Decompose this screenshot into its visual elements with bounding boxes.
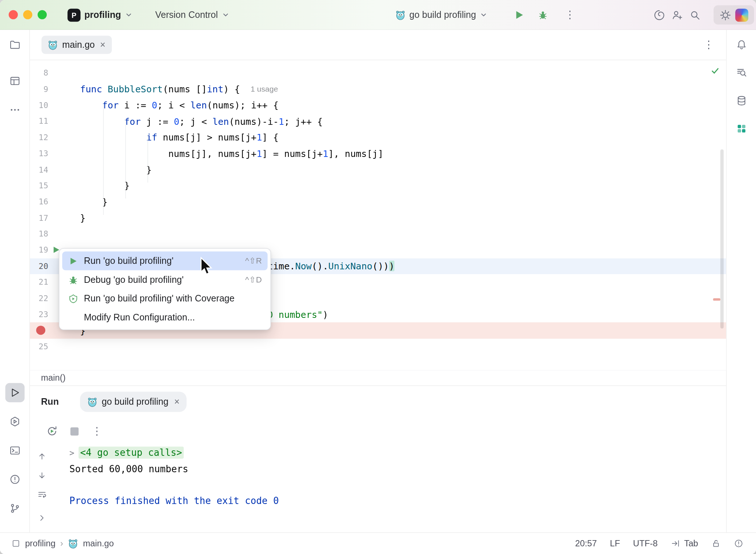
editor-gutter[interactable]: 25	[30, 339, 80, 355]
editor-line[interactable]: 17}	[30, 210, 726, 226]
editor-gutter[interactable]: 14	[30, 162, 80, 178]
editor-line[interactable]: 9func BubbleSort(nums []int) {1 usage	[30, 81, 726, 97]
structure-toolwindow-button[interactable]	[5, 71, 24, 91]
services-toolwindow-button[interactable]	[5, 412, 24, 431]
run-configuration-widget[interactable]: go build profiling	[396, 0, 488, 30]
run-more-options-icon[interactable]: ⋮	[91, 426, 103, 437]
play-icon	[514, 9, 524, 20]
editor-line[interactable]: 18	[30, 226, 726, 242]
rerun-button[interactable]	[46, 426, 58, 437]
menu-item-label: Run 'go build profiling' with Coverage	[84, 293, 248, 304]
editor-gutter[interactable]: 11	[30, 113, 80, 129]
inspections-ok-icon[interactable]	[711, 66, 719, 75]
editor-line[interactable]: 16 }	[30, 194, 726, 210]
editor-line[interactable]: 14 }	[30, 162, 726, 178]
fullscreen-window-button[interactable]	[38, 10, 47, 19]
indent-widget[interactable]: Tab	[671, 538, 698, 549]
search-everywhere-icon[interactable]	[689, 9, 701, 21]
more-toolwindows-button[interactable]	[5, 100, 24, 120]
debug-button[interactable]	[538, 9, 550, 21]
find-toolwindow-button[interactable]	[732, 63, 751, 82]
editor-line[interactable]: 12 if nums[j] > nums[j+1] {	[30, 130, 726, 146]
line-separator-widget[interactable]: LF	[610, 538, 620, 549]
breakpoint-icon[interactable]	[36, 326, 45, 335]
editor-line[interactable]: 15 }	[30, 178, 726, 194]
run-panel-tab[interactable]: go build profiling ×	[80, 392, 187, 412]
minimize-window-button[interactable]	[23, 10, 32, 19]
editor-gutter[interactable]: 12	[30, 130, 80, 146]
editor-gutter[interactable]: 16	[30, 194, 80, 210]
problems-toolwindow-button[interactable]	[5, 470, 24, 489]
git-toolwindow-button[interactable]	[5, 499, 24, 518]
run-tab-label: go build profiling	[102, 396, 168, 407]
line-number: 8	[30, 69, 48, 78]
menu-item[interactable]: Modify Run Configuration...	[62, 308, 267, 327]
next-occurrence-icon[interactable]	[37, 471, 49, 482]
code-editor[interactable]: 89func BubbleSort(nums []int) {1 usage10…	[30, 60, 726, 370]
editor-line[interactable]: 25	[30, 339, 726, 355]
settings-group	[714, 5, 754, 25]
editor-gutter[interactable]: 9	[30, 81, 80, 97]
statusbar-file[interactable]: main.go	[83, 538, 114, 549]
ai-assistant-icon[interactable]	[653, 9, 665, 21]
terminal-toolwindow-button[interactable]	[5, 441, 24, 460]
window-controls	[9, 10, 47, 19]
debug-icon	[68, 274, 79, 285]
ide-window: P profiling Version Control go build pro…	[0, 0, 756, 554]
readonly-lock-widget[interactable]	[711, 539, 721, 548]
caret-position-widget[interactable]: 20:57	[575, 538, 597, 549]
project-widget[interactable]: P profiling	[68, 0, 133, 30]
expand-console-icon[interactable]	[37, 513, 49, 524]
dependencies-toolwindow-button[interactable]	[732, 119, 751, 138]
encoding-widget[interactable]: UTF-8	[633, 538, 657, 549]
breadcrumb-separator: ›	[60, 538, 63, 549]
editor-tab-main-go[interactable]: main.go ×	[42, 36, 112, 54]
menu-item[interactable]: Run 'go build profiling' with Coverage	[62, 289, 267, 308]
error-stripe-mark[interactable]	[713, 298, 721, 301]
editor-gutter[interactable]: 15	[30, 178, 80, 194]
editor-line[interactable]: 10 for i := 0; i < len(nums); i++ {	[30, 97, 726, 113]
soft-wrap-icon[interactable]	[37, 490, 49, 501]
editor-scrollbar[interactable]	[720, 149, 723, 328]
close-window-button[interactable]	[9, 10, 18, 19]
menu-item[interactable]: Debug 'go build profiling'^⇧D	[62, 270, 267, 289]
close-run-tab-icon[interactable]: ×	[174, 396, 180, 407]
fold-toggle-icon[interactable]: >	[69, 448, 75, 457]
editor-gutter[interactable]: 10	[30, 97, 80, 113]
editor-gutter[interactable]: 8	[30, 65, 80, 81]
editor-line[interactable]: 11 for j := 0; j < len(nums)-i-1; j++ {	[30, 113, 726, 129]
titlebar: P profiling Version Control go build pro…	[0, 0, 756, 30]
more-run-actions-button[interactable]: ⋮	[564, 9, 576, 21]
code-line: func BubbleSort(nums []int) {1 usage	[80, 84, 278, 95]
vcs-widget[interactable]: Version Control	[155, 0, 229, 30]
editor-options-icon[interactable]: ⋮	[703, 39, 715, 51]
run-button[interactable]	[514, 9, 526, 21]
project-toolwindow-button[interactable]	[5, 35, 24, 54]
console-output[interactable]: ><4 go setup calls>Sorted 60,000 numbers…	[56, 445, 726, 532]
breadcrumb-item[interactable]: main()	[41, 373, 65, 383]
mouse-cursor	[200, 257, 213, 276]
notifications-widget[interactable]	[734, 539, 743, 548]
stop-button[interactable]	[70, 427, 79, 435]
editor-gutter[interactable]: 17	[30, 210, 80, 226]
project-badge: P	[68, 8, 81, 22]
menu-item[interactable]: Run 'go build profiling'^⇧R	[62, 251, 267, 270]
editor-line[interactable]: 13 nums[j], nums[j+1] = nums[j+1], nums[…	[30, 146, 726, 162]
notifications-button[interactable]	[732, 35, 751, 54]
editor-tab-bar: main.go × ⋮	[30, 30, 726, 60]
statusbar-project[interactable]: profiling	[25, 538, 56, 549]
close-tab-icon[interactable]: ×	[100, 39, 106, 50]
editor-gutter[interactable]: 13	[30, 146, 80, 162]
database-toolwindow-button[interactable]	[732, 91, 751, 111]
run-toolwindow-button[interactable]	[5, 383, 24, 403]
user-avatar[interactable]	[735, 8, 748, 22]
usages-inlay-hint[interactable]: 1 usage	[251, 85, 278, 93]
console-line: Sorted 60,000 numbers	[69, 461, 726, 477]
breadcrumb-bar: main()	[30, 370, 726, 385]
settings-gear-icon[interactable]	[719, 9, 732, 21]
prev-occurrence-icon[interactable]	[37, 451, 49, 462]
editor-gutter[interactable]: 18	[30, 226, 80, 242]
code-with-me-icon[interactable]	[671, 9, 683, 21]
folded-output[interactable]: <4 go setup calls>	[79, 447, 184, 459]
editor-line[interactable]: 8	[30, 65, 726, 81]
